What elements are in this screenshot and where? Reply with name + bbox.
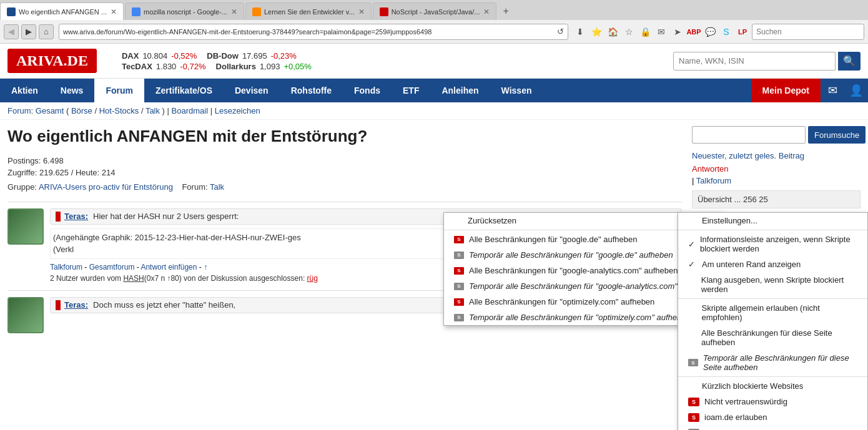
antworten-link[interactable]: Antworten [692, 164, 861, 173]
breadcrumb-lesezeichen[interactable]: Lesezeichen [215, 106, 260, 115]
dax-change: -0,52% [171, 51, 197, 61]
sidebar: Forumsuche Neuester, zuletzt geles. Beit… [692, 126, 861, 333]
uebersicht-label: Übersicht [698, 195, 732, 204]
overview-bar: Übersicht ... 256 25 [692, 190, 861, 208]
zugriffe-label: Zugriffe: [7, 168, 37, 177]
tab-title-4: NoScript - JavaScript/Java/... [392, 8, 480, 16]
breadcrumb-gesamt[interactable]: Gesamt [36, 106, 64, 115]
newest-beitrag-link[interactable]: Neuester, zuletzt geles. Beitrag [692, 151, 861, 160]
browser-search-bar[interactable] [752, 24, 864, 40]
nav-fonds[interactable]: Fonds [343, 79, 392, 102]
download-icon[interactable]: ⬇ [573, 25, 587, 39]
dollar-name: Dollarkurs [216, 62, 256, 71]
star-icon[interactable]: ☆ [622, 25, 636, 39]
gruppe-label: Gruppe: [7, 182, 37, 192]
home-icon[interactable]: 🏠 [606, 25, 619, 39]
excluded-link[interactable]: rüg [307, 274, 318, 283]
gesamtforum-link[interactable]: Gesamtforum [89, 263, 135, 271]
ticker-dax: DAX 10.804 -0,52% [122, 51, 197, 61]
post-header-2: Teras: Doch muss es jetzt eher "hatte" h… [50, 297, 682, 313]
page-title: Wo eigentlich ANFANGEN mit der Entstörun… [7, 126, 682, 147]
up-link-1[interactable]: ↑ [204, 263, 207, 271]
forum-link[interactable]: Talk [210, 182, 224, 192]
zugriffe-meta: Zugriffe: 219.625 / Heute: 214 [7, 168, 682, 177]
close-tab-2[interactable]: ✕ [231, 7, 237, 16]
post-excluded-1: 2 Nutzer wurden vom HASH(0x7 n ↑80) von … [50, 274, 682, 283]
nav-news[interactable]: News [49, 79, 95, 102]
close-tab-1[interactable]: ✕ [111, 7, 117, 16]
forum-search-input[interactable] [692, 126, 806, 144]
close-tab-3[interactable]: ✕ [358, 7, 365, 16]
postings-label: Postings: [7, 156, 41, 165]
post-title-1: Hier hat der HASH nur 2 Users gesperrt: [93, 212, 602, 221]
tab-title-3: Lernen Sie den Entwickler v... [264, 8, 355, 16]
nav-depot[interactable]: Mein Depot [751, 79, 821, 102]
tab-1[interactable]: Wo eigentlich ANFANGEN ... ✕ [0, 2, 124, 20]
dbdow-change: -0,23% [271, 51, 297, 61]
bookmark-icon[interactable]: ⭐ [589, 25, 603, 39]
breadcrumb-forum[interactable]: Forum [7, 106, 31, 115]
skype-icon[interactable]: S [719, 25, 733, 39]
post-avatar-2 [7, 297, 44, 333]
chat-icon[interactable]: 💬 [703, 25, 717, 39]
post-text-1: (Angehängte Graphik: 2015-12-23-Hier-hat… [53, 233, 301, 242]
home-button[interactable]: ⌂ [39, 24, 54, 39]
forum-search-button[interactable]: Forumsuche [808, 126, 866, 144]
forward-button[interactable]: ▶ [21, 24, 36, 39]
nav-wissen[interactable]: Wissen [490, 79, 543, 102]
ticker-row-1: DAX 10.804 -0,52% DB-Dow 17.695 -0,23% [122, 51, 312, 61]
post-item-1: Teras: Hier hat der HASH nur 2 Users ges… [7, 202, 682, 283]
nav-bar: ◀ ▶ ⌂ ↺ ⬇ ⭐ 🏠 ☆ 🔒 ✉ ➤ ABP 💬 S LP [0, 20, 868, 44]
close-tab-4[interactable]: ✕ [483, 7, 490, 16]
mail-nav-icon[interactable]: ✉ [821, 79, 844, 102]
address-bar[interactable]: ↺ [59, 24, 568, 40]
dax-name: DAX [122, 51, 139, 61]
favicon-3 [252, 7, 261, 16]
nav-anleihen[interactable]: Anleihen [430, 79, 490, 102]
nav-aktien[interactable]: Aktien [0, 79, 49, 102]
back-button[interactable]: ◀ [4, 24, 19, 39]
breadcrumb-boerse[interactable]: Börse [71, 106, 92, 115]
lock-icon[interactable]: 🔒 [638, 25, 652, 39]
mail-icon[interactable]: ✉ [654, 25, 668, 39]
antwort-link[interactable]: Antwort einfügen [141, 263, 197, 271]
post-rating-2: 6 ★ [607, 300, 622, 310]
breadcrumb-boardmail[interactable]: Boardmail [172, 106, 209, 115]
nav-zertifikate[interactable]: Zertifikate/OS [144, 79, 224, 102]
tab-4[interactable]: NoScript - JavaScript/Java/... ✕ [373, 2, 497, 20]
refresh-button[interactable]: ↺ [557, 27, 564, 36]
post-date-1: 23.12.15 10:05 [622, 212, 676, 221]
nav-etf[interactable]: ETF [392, 79, 430, 102]
site-search-input[interactable] [673, 52, 836, 71]
main-content: Wo eigentlich ANFANGEN mit der Entstörun… [7, 126, 682, 333]
nav-rohstoffe[interactable]: Rohstoffe [280, 79, 343, 102]
ticker-dollar: Dollarkurs 1,093 +0,05% [216, 62, 312, 71]
user-nav-icon[interactable]: 👤 [844, 79, 868, 102]
tab-2[interactable]: mozilla noscript - Google-... ✕ [125, 2, 244, 20]
breadcrumb-hotstocks[interactable]: Hot-Stocks [99, 106, 139, 115]
post-author-2[interactable]: Teras: [64, 300, 88, 310]
talkforum-link[interactable]: Talkforum [50, 263, 82, 271]
postings-meta: Postings: 6.498 [7, 156, 682, 165]
site-logo[interactable]: ARIVA.DE [7, 49, 97, 73]
dbdow-name: DB-Dow [207, 51, 239, 61]
addon-icon[interactable]: ABP [687, 25, 701, 39]
separator-text: | [692, 176, 696, 185]
lastpass-icon[interactable]: LP [736, 25, 749, 39]
tab-3[interactable]: Lernen Sie den Entwickler v... ✕ [245, 2, 372, 20]
address-input[interactable] [63, 28, 555, 36]
post-author-1[interactable]: Teras: [64, 212, 88, 221]
tab-title-1: Wo eigentlich ANFANGEN ... [19, 8, 107, 16]
talkforum-sidebar-link[interactable]: Talkforum [696, 176, 731, 185]
site-search-button[interactable]: 🔍 [838, 52, 861, 71]
send-icon[interactable]: ➤ [671, 25, 684, 39]
breadcrumb-talk[interactable]: Talk [145, 106, 160, 115]
nav-forum[interactable]: Forum [94, 79, 144, 102]
gruppe-link[interactable]: ARIVA-Users pro-activ für Entstörung [39, 182, 173, 192]
nav-devisen[interactable]: Devisen [224, 79, 280, 102]
zugriffe-value: 219.625 / Heute: 214 [39, 168, 115, 177]
new-tab-button[interactable]: + [498, 3, 513, 19]
browser-search-input[interactable] [756, 27, 844, 36]
hash-text: HASH [123, 274, 144, 283]
tab-title-2: mozilla noscript - Google-... [144, 8, 227, 16]
